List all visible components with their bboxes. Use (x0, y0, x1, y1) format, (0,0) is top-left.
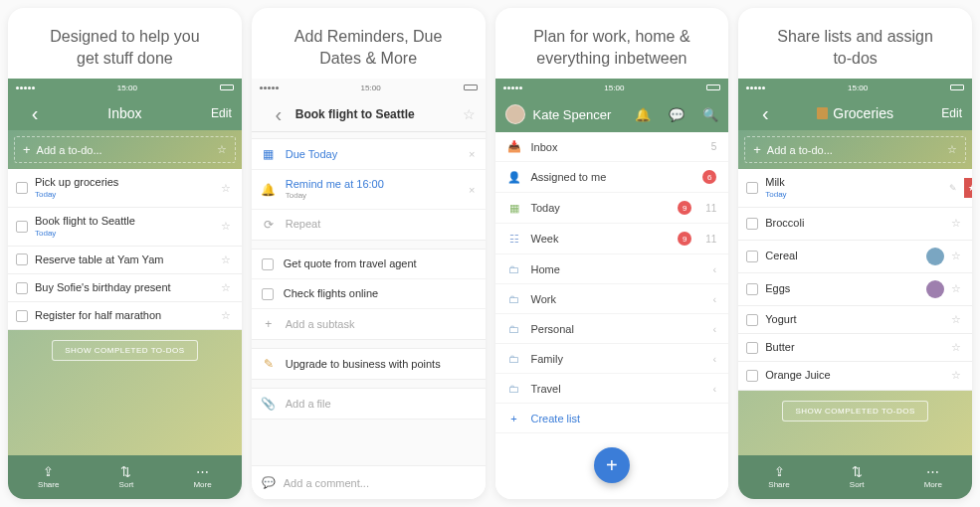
task-row[interactable]: Broccoli ☆ (738, 208, 972, 241)
task-row[interactable]: Butter ☆ (738, 334, 972, 362)
task-row[interactable]: Orange Juice ☆ (738, 362, 972, 390)
plus-icon: + (262, 317, 276, 331)
star-icon[interactable]: ☆ (951, 282, 964, 295)
more-button[interactable]: ⋯More (193, 465, 211, 489)
subtask-row[interactable]: Check flights online (252, 279, 486, 309)
checkbox[interactable] (16, 282, 28, 294)
task-row[interactable]: Book flight to Seattle Today ☆ (8, 208, 242, 247)
due-date-row[interactable]: ▦ Due Today × (252, 139, 486, 170)
checkbox[interactable] (16, 254, 28, 265)
comment-input[interactable]: 💬 Add a comment... (252, 465, 486, 499)
checkbox[interactable] (262, 258, 274, 270)
star-button[interactable]: ☆ (442, 106, 476, 122)
task-row[interactable]: Reserve table at Yam Yam ☆ (8, 247, 242, 274)
checkbox[interactable] (262, 288, 274, 300)
count: 11 (705, 203, 716, 214)
add-file-label: Add a file (286, 398, 476, 411)
add-subtask-row[interactable]: + Add a subtask (252, 309, 486, 339)
add-subtask-label: Add a subtask (286, 318, 476, 331)
checkbox[interactable] (746, 251, 758, 262)
list-row-personal[interactable]: 🗀 Personal ‹ (495, 314, 729, 344)
subtask-row[interactable]: Get quote from travel agent (252, 250, 486, 279)
create-list-row[interactable]: + Create list (495, 404, 729, 433)
star-icon: ☆ (463, 106, 476, 122)
task-row[interactable]: Milk Today ✎ ★ (738, 169, 972, 208)
list-label: Today (531, 202, 669, 214)
share-button[interactable]: ⇪Share (38, 465, 59, 489)
share-button[interactable]: ⇪Share (768, 465, 789, 489)
back-button[interactable]: ‹ (18, 103, 52, 123)
checkbox[interactable] (746, 342, 758, 354)
starred-flag[interactable]: ★ (964, 178, 972, 198)
task-row[interactable]: Register for half marathon ☆ (8, 302, 242, 330)
share-icon: ⇪ (43, 465, 54, 478)
add-file-row[interactable]: 📎 Add a file (252, 389, 486, 419)
list-row-week[interactable]: ☷ Week 9 11 (495, 224, 729, 254)
caption: Add Reminders, Due Dates & More (252, 8, 486, 79)
sort-button[interactable]: ⇅Sort (119, 465, 134, 489)
avatar[interactable] (505, 104, 525, 124)
checkbox[interactable] (16, 221, 28, 233)
star-icon[interactable]: ☆ (221, 281, 234, 294)
task-title: Reserve table at Yam Yam (35, 254, 214, 266)
clear-icon[interactable]: × (469, 148, 475, 160)
star-icon[interactable]: ☆ (221, 309, 234, 322)
star-icon[interactable]: ☆ (951, 250, 964, 262)
edit-button[interactable]: Edit (198, 106, 232, 120)
list-row-travel[interactable]: 🗀 Travel ‹ (495, 374, 729, 404)
add-fab[interactable]: + (594, 447, 630, 483)
more-button[interactable]: ⋯More (924, 465, 942, 489)
list-row-inbox[interactable]: 📥 Inbox 5 (495, 132, 729, 162)
show-completed-button[interactable]: SHOW COMPLETED TO-DOS (782, 401, 927, 422)
checkbox[interactable] (746, 314, 758, 326)
assignee-avatar[interactable] (926, 215, 944, 233)
note-row[interactable]: ✎ Upgrade to business with points (252, 349, 486, 379)
star-icon[interactable]: ☆ (221, 254, 234, 266)
star-icon[interactable]: ☆ (221, 182, 234, 195)
list-row-today[interactable]: ▦ Today 9 11 (495, 193, 729, 224)
toolbar-label: More (924, 480, 942, 489)
add-todo-bar[interactable]: + Add a to-do... ☆ (738, 130, 972, 169)
task-row[interactable]: Yogurt ☆ (738, 306, 972, 334)
list-label: Work (531, 293, 703, 305)
list-row-family[interactable]: 🗀 Family ‹ (495, 344, 729, 374)
nav-header: ‹ Inbox Edit (8, 96, 242, 130)
task-row[interactable]: Cereal ☆ (738, 241, 972, 273)
task-row[interactable]: Buy Sofie's birthday present ☆ (8, 274, 242, 302)
chevron-left-icon: ‹ (762, 103, 769, 123)
sort-button[interactable]: ⇅Sort (850, 465, 865, 489)
edit-button[interactable]: Edit (928, 106, 962, 120)
checkbox[interactable] (746, 218, 758, 230)
checkbox[interactable] (746, 370, 758, 382)
list-row-work[interactable]: 🗀 Work ‹ (495, 284, 729, 314)
checkbox[interactable] (746, 182, 758, 194)
star-icon[interactable]: ☆ (951, 217, 964, 230)
star-icon[interactable]: ☆ (951, 341, 964, 354)
show-completed-button[interactable]: SHOW COMPLETED TO-DOS (52, 340, 197, 361)
checkbox[interactable] (16, 310, 28, 322)
toolbar-label: More (193, 480, 211, 489)
list-row-assigned[interactable]: 👤 Assigned to me 6 (495, 162, 729, 193)
search-icon[interactable]: 🔍 (702, 107, 718, 122)
repeat-row[interactable]: ⟳ Repeat (252, 210, 486, 240)
assignee-avatar[interactable] (926, 280, 944, 298)
list-row-home[interactable]: 🗀 Home ‹ (495, 254, 729, 284)
chevron-right-icon: ‹ (713, 323, 717, 335)
checkbox[interactable] (16, 182, 28, 194)
star-icon[interactable]: ☆ (221, 220, 234, 233)
bell-icon[interactable]: 🔔 (635, 107, 651, 122)
task-row[interactable]: Eggs ☆ (738, 273, 972, 306)
plus-icon: + (753, 142, 761, 157)
star-icon[interactable]: ☆ (951, 313, 964, 326)
add-todo-bar[interactable]: + Add a to-do... ☆ (8, 130, 242, 169)
assignee-avatar[interactable] (926, 248, 944, 265)
clear-icon[interactable]: × (469, 184, 475, 196)
task-row[interactable]: Pick up groceries Today ☆ (8, 169, 242, 208)
star-icon[interactable]: ☆ (951, 369, 964, 382)
reminder-row[interactable]: 🔔 Remind me at 16:00 Today × (252, 170, 486, 210)
checkbox[interactable] (746, 283, 758, 295)
subtask-title: Get quote from travel agent (284, 257, 476, 270)
back-button[interactable]: ‹ (262, 104, 295, 124)
chat-icon[interactable]: 💬 (669, 107, 685, 122)
back-button[interactable]: ‹ (748, 103, 782, 123)
